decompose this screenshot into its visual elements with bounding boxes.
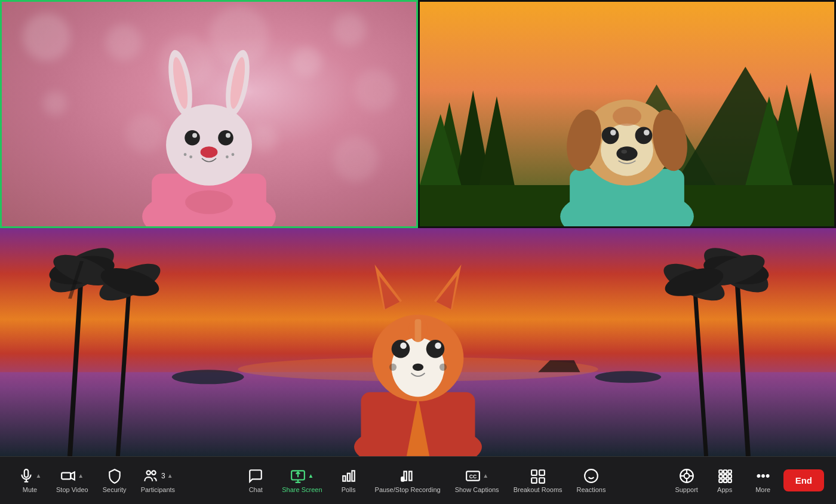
svg-point-125 [767,475,769,477]
svg-marker-72 [437,276,457,309]
svg-marker-86 [71,472,75,480]
apps-button[interactable]: Apps [707,465,743,497]
svg-rect-104 [539,478,545,483]
svg-point-124 [762,475,764,477]
captions-button[interactable]: CC ▲ Show Captions [449,465,505,497]
svg-rect-102 [539,470,545,475]
video-caret: ▲ [78,472,84,479]
svg-point-77 [413,364,423,371]
share-screen-caret: ▲ [308,472,314,479]
participant-fox [0,228,836,456]
svg-rect-93 [343,476,345,481]
svg-text:CC: CC [469,474,477,480]
polls-icon [341,468,356,484]
svg-point-105 [585,469,598,483]
svg-point-37 [635,127,653,145]
pause-stop-button[interactable]: Pause/Stop Recording [369,465,447,497]
support-button[interactable]: Support [669,465,705,497]
svg-point-40 [616,147,637,161]
svg-point-60 [172,370,244,384]
svg-point-4 [166,105,252,186]
participants-icon: 3 ▲ [143,468,173,484]
breakout-button[interactable]: Breakout Rooms [508,465,568,497]
participants-label: Participants [141,486,175,493]
participant-dog [418,0,836,228]
support-icon [679,468,694,484]
participant-bunny [0,0,418,228]
apps-icon [717,468,733,484]
toolbar: ▲ Mute ▲ Stop Video Security [0,456,836,504]
more-button[interactable]: More [745,465,781,497]
svg-point-10 [218,130,233,146]
svg-point-36 [602,127,619,145]
captions-caret: ▲ [482,472,488,479]
svg-rect-114 [719,470,722,473]
svg-point-9 [185,130,200,146]
shield-icon [107,468,122,484]
svg-point-87 [147,471,151,475]
svg-rect-115 [723,470,726,473]
captions-icon: CC ▲ [465,468,488,484]
bunny-avatar [43,35,374,226]
svg-point-73 [392,340,410,358]
svg-point-38 [610,130,616,136]
fox-avatar [251,251,585,456]
svg-point-12 [226,133,230,138]
stop-video-label: Stop Video [56,486,88,493]
support-label: Support [675,486,698,493]
svg-point-80 [439,364,447,371]
svg-marker-70 [379,276,399,309]
svg-point-79 [389,364,397,371]
svg-point-88 [152,471,155,475]
reactions-label: Reactions [577,486,606,493]
participants-caret: ▲ [167,472,173,479]
polls-button[interactable]: Polls [331,465,367,497]
breakout-label: Breakout Rooms [514,486,563,493]
svg-rect-117 [719,474,722,477]
dog-avatar [461,35,792,226]
reactions-icon [583,468,599,484]
end-button[interactable]: End [783,469,824,491]
mute-button[interactable]: ▲ Mute [12,465,48,497]
svg-rect-97 [409,471,411,480]
apps-label: Apps [717,486,732,493]
svg-rect-119 [728,474,731,477]
breakout-icon [530,468,546,484]
chat-icon [248,468,263,484]
svg-rect-85 [62,472,71,479]
more-icon [755,468,771,484]
svg-point-15 [189,156,192,159]
security-label: Security [103,486,127,493]
svg-point-39 [644,130,650,136]
toolbar-left: ▲ Mute ▲ Stop Video Security [12,465,181,497]
svg-point-74 [426,340,445,358]
record-icon [400,468,416,484]
more-label: More [755,486,770,493]
participants-button[interactable]: 3 ▲ Participants [135,465,181,497]
svg-rect-118 [723,474,726,477]
security-button[interactable]: Security [97,465,133,497]
svg-rect-120 [719,479,722,482]
pause-stop-label: Pause/Stop Recording [375,486,441,493]
svg-point-11 [192,133,197,138]
svg-point-2 [185,190,233,214]
share-screen-icon: ▲ [290,468,314,484]
svg-point-41 [621,150,627,153]
share-screen-button[interactable]: ▲ Share Screen [276,465,328,497]
svg-point-42 [613,107,641,126]
share-screen-label: Share Screen [282,486,322,493]
chat-button[interactable]: Chat [238,465,273,497]
svg-point-17 [226,156,229,159]
polls-label: Polls [342,486,356,493]
stop-video-button[interactable]: ▲ Stop Video [50,465,94,497]
svg-rect-98 [401,477,404,481]
svg-point-14 [184,153,187,156]
svg-rect-95 [352,471,354,481]
camera-icon: ▲ [60,468,84,484]
toolbar-center: Chat ▲ Share Screen [181,465,669,497]
svg-rect-81 [415,319,422,342]
svg-point-76 [435,343,441,349]
reactions-button[interactable]: Reactions [571,465,612,497]
participants-count: 3 [161,472,165,480]
svg-point-75 [400,343,407,349]
